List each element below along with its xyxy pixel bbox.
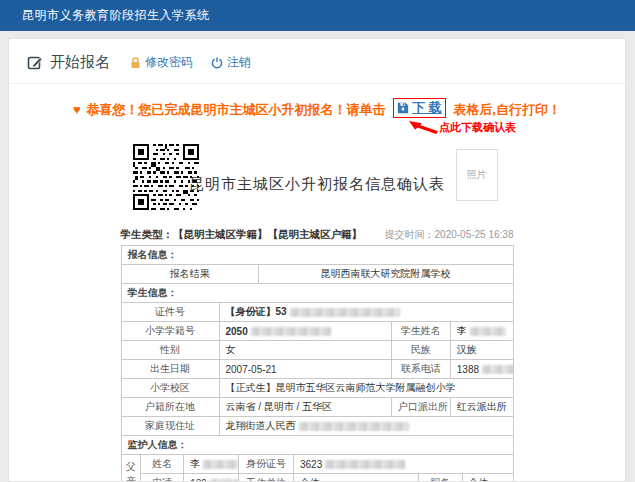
id-label: 证件号 <box>121 303 219 322</box>
download-label: 下 载 <box>412 99 442 117</box>
id-value: 【身份证】53 <box>219 303 513 322</box>
app-header: 昆明市义务教育阶段招生入学系统 <box>0 0 635 31</box>
section-header-guardian: 监护人信息： <box>121 436 513 455</box>
main-card: 开始报名 修改密码 注销 ♥ 恭喜您！您已完成昆明市主城区小升初报名 <box>8 38 626 482</box>
ethnic-label: 民族 <box>391 341 450 360</box>
redacted-block <box>251 327 331 336</box>
download-button[interactable]: 下 载 <box>393 98 446 118</box>
father-name-label: 姓名 <box>141 455 184 474</box>
father-idno-label: 身份证号 <box>239 455 294 474</box>
father-name-value: 李 <box>184 455 239 474</box>
phone-label: 联系电话 <box>391 360 450 379</box>
lock-icon <box>130 57 141 69</box>
addr-value: 龙翔街道人民西 <box>219 417 513 436</box>
father-role: 父亲 <box>121 455 141 482</box>
birth-value: 2007-05-21 <box>219 360 391 379</box>
section-header-registration: 报名信息： <box>121 246 513 265</box>
success-notice: ♥ 恭喜您！您已完成昆明市主城区小升初报名！请单击 下 载 表格后,自行打印！ <box>9 98 625 119</box>
phone-value: 1388 <box>450 360 513 379</box>
school-value: 【正式生】昆明市五华区云南师范大学附属融创小学 <box>219 379 513 398</box>
redacted-block <box>203 460 238 469</box>
download-hint: 点此下载确认表 <box>409 120 625 135</box>
redacted-block <box>482 365 513 374</box>
registration-table: 报名信息： 报名结果 昆明西南联大研究院附属学校 <box>121 245 514 284</box>
student-type: 学生类型：【昆明主城区学籍】【昆明主城区户籍】 <box>121 228 363 242</box>
app-title: 昆明市义务教育阶段招生入学系统 <box>22 8 210 22</box>
start-registration-label: 开始报名 <box>50 53 110 72</box>
father-idno-value: 3623 <box>293 455 513 474</box>
huji-value: 云南省 / 昆明市 / 五华区 <box>219 398 391 417</box>
edit-icon <box>27 55 43 71</box>
gender-label: 性别 <box>121 341 219 360</box>
power-icon <box>211 57 223 69</box>
addr-label: 家庭现住址 <box>121 417 219 436</box>
download-hint-label: 点此下载确认表 <box>439 120 516 135</box>
redacted-block <box>299 422 409 431</box>
redacted-block <box>290 308 400 317</box>
divider <box>9 83 625 84</box>
change-password-link[interactable]: 修改密码 <box>130 54 193 71</box>
father-work-value: 个体 <box>293 474 418 482</box>
father-duty-label: 职务 <box>419 474 462 482</box>
notice-text-suffix: 表格后,自行打印！ <box>453 102 561 117</box>
logout-label: 注销 <box>227 54 251 71</box>
xjh-label: 小学学籍号 <box>121 322 219 341</box>
nav-row: 开始报名 修改密码 注销 <box>9 39 625 83</box>
reg-result-label: 报名结果 <box>121 265 258 284</box>
change-password-label: 修改密码 <box>145 54 193 71</box>
huji-label: 户籍所在地 <box>121 398 219 417</box>
pcs-label: 户口派出所 <box>391 398 450 417</box>
confirmation-document: 昆明市主城区小升初报名信息确认表 照片 学生类型：【昆明主城区学籍】【昆明主城区… <box>121 143 514 482</box>
save-icon <box>397 102 409 114</box>
birth-label: 出生日期 <box>121 360 219 379</box>
care-heart-icon: ♥ <box>73 102 81 117</box>
guardian-table: 监护人信息： 父亲 姓名 李 身份证号 3623 电话 139 工作单位 个体 … <box>121 435 514 482</box>
father-duty-value: 个体 <box>462 474 513 482</box>
redacted-block <box>470 327 506 336</box>
tab-start-registration[interactable]: 开始报名 <box>27 53 110 72</box>
ethnic-value: 汉族 <box>450 341 513 360</box>
redacted-block <box>325 460 405 469</box>
father-tel-label: 电话 <box>141 474 184 482</box>
document-meta: 学生类型：【昆明主城区学籍】【昆明主城区户籍】 提交时间：2020-05-25 … <box>121 228 514 245</box>
reg-result-value: 昆明西南联大研究院附属学校 <box>258 265 513 284</box>
xjh-value: 2050 <box>219 322 391 341</box>
document-header: 昆明市主城区小升初报名信息确认表 照片 <box>121 143 514 219</box>
notice-text-prefix: 恭喜您！您已完成昆明市主城区小升初报名！请单击 <box>86 102 385 117</box>
student-table: 学生信息： 证件号 【身份证】53 小学学籍号 2050 学生姓名 李 性别 女… <box>121 283 514 436</box>
school-label: 小学校区 <box>121 379 219 398</box>
pcs-value: 红云派出所 <box>450 398 513 417</box>
section-header-student: 学生信息： <box>121 284 513 303</box>
gender-value: 女 <box>219 341 391 360</box>
father-work-label: 工作单位 <box>239 474 294 482</box>
photo-label: 照片 <box>467 168 487 182</box>
logout-link[interactable]: 注销 <box>211 54 251 71</box>
submit-time: 提交时间：2020-05-25 16:38 <box>385 228 514 242</box>
father-tel-value: 139 <box>184 474 239 482</box>
name-label: 学生姓名 <box>391 322 450 341</box>
red-arrow-icon <box>409 120 439 134</box>
name-value: 李 <box>450 322 513 341</box>
photo-placeholder: 照片 <box>456 149 498 201</box>
